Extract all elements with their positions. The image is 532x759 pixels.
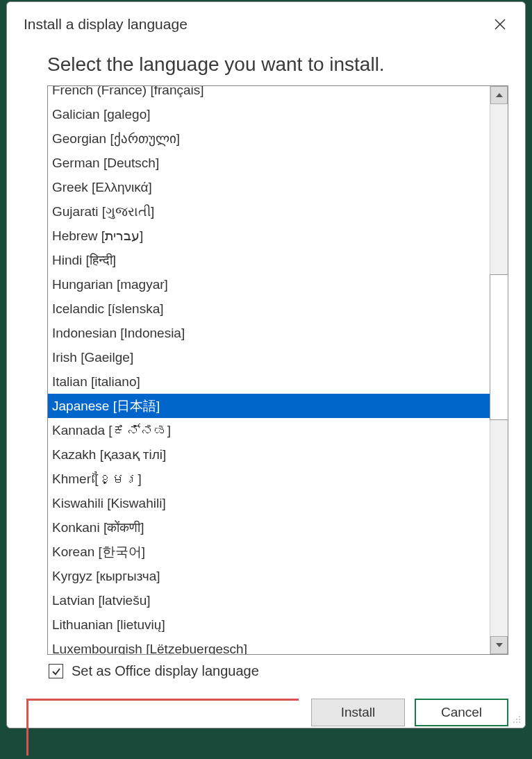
language-item[interactable]: Gujarati [ગુજરાતી] bbox=[48, 199, 490, 224]
language-item[interactable]: Indonesian [Indonesia] bbox=[48, 321, 490, 345]
language-item[interactable]: Korean [한국어] bbox=[48, 540, 490, 564]
language-item[interactable]: Latvian [latviešu] bbox=[48, 588, 490, 612]
language-item[interactable]: Hungarian [magyar] bbox=[48, 272, 490, 297]
cancel-button[interactable]: Cancel bbox=[415, 699, 508, 726]
install-button[interactable]: Install bbox=[311, 699, 405, 726]
svg-point-0 bbox=[519, 716, 520, 717]
language-item[interactable]: Kazakh [қазақ тілі] bbox=[48, 442, 490, 467]
dialog-content: Select the language you want to install.… bbox=[24, 53, 508, 726]
scroll-track[interactable] bbox=[490, 104, 508, 636]
scroll-down-button[interactable] bbox=[490, 636, 508, 654]
language-item[interactable]: Irish [Gaeilge] bbox=[48, 345, 490, 369]
language-item[interactable]: Georgian [ქართული] bbox=[48, 126, 490, 151]
close-button[interactable] bbox=[492, 16, 508, 33]
scroll-up-button[interactable] bbox=[490, 86, 508, 104]
set-display-language-checkbox[interactable] bbox=[49, 664, 63, 678]
language-item[interactable]: French (France) [français] bbox=[48, 86, 490, 102]
arrow-down-icon bbox=[496, 643, 503, 647]
svg-point-4 bbox=[516, 722, 517, 723]
svg-point-2 bbox=[519, 719, 520, 720]
language-item[interactable]: Khmer [ខ្មែរ] bbox=[48, 467, 490, 491]
language-listbox-container: French (France) [français]Galician [gale… bbox=[47, 85, 508, 655]
language-item[interactable]: Kyrgyz [кыргызча] bbox=[48, 564, 490, 588]
check-icon bbox=[51, 667, 61, 676]
checkbox-label: Set as Office display language bbox=[72, 663, 259, 679]
install-language-dialog: Install a display language Select the la… bbox=[6, 1, 526, 728]
language-item[interactable]: Icelandic [íslenska] bbox=[48, 297, 490, 321]
language-item[interactable]: Lithuanian [lietuvių] bbox=[48, 612, 490, 637]
language-item[interactable]: Kannada [ಕನ್ನಡ] bbox=[48, 418, 490, 442]
language-listbox[interactable]: French (France) [français]Galician [gale… bbox=[48, 86, 490, 654]
scroll-thumb[interactable] bbox=[490, 274, 508, 420]
resize-grip-icon[interactable] bbox=[513, 715, 522, 725]
svg-point-5 bbox=[519, 722, 520, 723]
scrollbar[interactable] bbox=[490, 86, 508, 654]
svg-point-1 bbox=[516, 719, 517, 720]
language-item[interactable]: Galician [galego] bbox=[48, 102, 490, 126]
language-item[interactable]: Kiswahili [Kiswahili] bbox=[48, 491, 490, 515]
dialog-heading: Select the language you want to install. bbox=[47, 53, 508, 76]
language-item[interactable]: Hebrew [עברית] bbox=[48, 224, 490, 248]
checkbox-row: Set as Office display language bbox=[49, 663, 508, 679]
annotation-line-vertical bbox=[26, 699, 28, 756]
language-item[interactable]: Greek [Ελληνικά] bbox=[48, 175, 490, 199]
svg-point-3 bbox=[513, 722, 515, 723]
dialog-title: Install a display language bbox=[24, 16, 188, 33]
dialog-header: Install a display language bbox=[24, 16, 508, 33]
annotation-line bbox=[26, 699, 299, 701]
button-row: Install Cancel bbox=[47, 699, 508, 726]
language-item[interactable]: Italian [italiano] bbox=[48, 369, 490, 394]
language-item[interactable]: Japanese [日本語] bbox=[48, 394, 490, 418]
arrow-up-icon bbox=[496, 93, 503, 97]
close-icon bbox=[494, 19, 506, 30]
language-item[interactable]: Luxembourgish [Lëtzebuergesch] bbox=[48, 637, 490, 654]
language-item[interactable]: German [Deutsch] bbox=[48, 151, 490, 175]
language-item[interactable]: Hindi [हिन्दी] bbox=[48, 248, 490, 272]
language-item[interactable]: Konkani [कोंकणी] bbox=[48, 515, 490, 540]
